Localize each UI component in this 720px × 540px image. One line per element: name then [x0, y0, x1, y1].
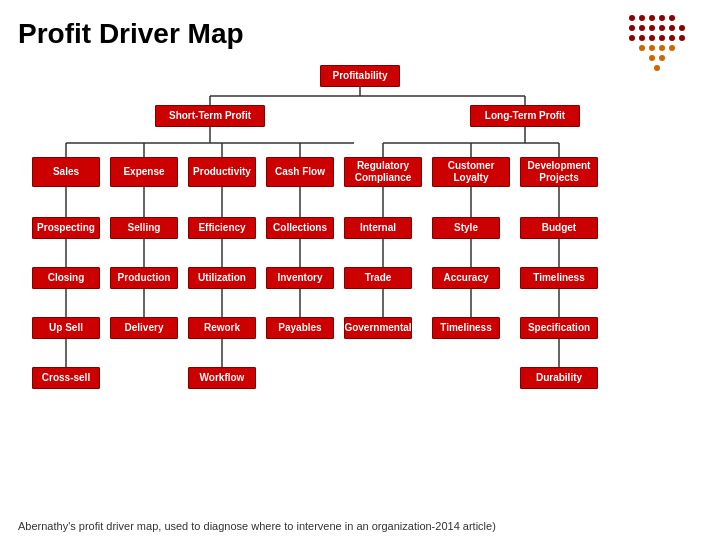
node-specification: Specification [520, 317, 598, 339]
node-customer-loyalty: Customer Loyalty [432, 157, 510, 187]
svg-point-11 [629, 35, 635, 41]
svg-point-4 [669, 15, 675, 21]
node-governmental: Governmental [344, 317, 412, 339]
node-short-term: Short-Term Profit [155, 105, 265, 127]
svg-point-16 [679, 35, 685, 41]
chart-container: Profitability Short-Term Profit Long-Ter… [10, 65, 710, 510]
node-upsell: Up Sell [32, 317, 100, 339]
node-closing: Closing [32, 267, 100, 289]
node-rework: Rework [188, 317, 256, 339]
svg-point-20 [669, 45, 675, 51]
connector-lines [10, 65, 710, 520]
node-accuracy: Accuracy [432, 267, 500, 289]
svg-point-7 [649, 25, 655, 31]
node-selling: Selling [110, 217, 178, 239]
svg-point-8 [659, 25, 665, 31]
svg-point-2 [649, 15, 655, 21]
svg-point-3 [659, 15, 665, 21]
svg-point-18 [649, 45, 655, 51]
caption: Abernathy's profit driver map, used to d… [18, 520, 496, 532]
node-crosssell: Cross-sell [32, 367, 100, 389]
node-workflow: Workflow [188, 367, 256, 389]
node-sales: Sales [32, 157, 100, 187]
node-expense: Expense [110, 157, 178, 187]
node-collections: Collections [266, 217, 334, 239]
svg-point-19 [659, 45, 665, 51]
node-timeliness1: Timeliness [520, 267, 598, 289]
svg-point-13 [649, 35, 655, 41]
node-regulatory: Regulatory Compliance [344, 157, 422, 187]
svg-point-14 [659, 35, 665, 41]
node-delivery: Delivery [110, 317, 178, 339]
node-production: Production [110, 267, 178, 289]
node-long-term: Long-Term Profit [470, 105, 580, 127]
svg-point-17 [639, 45, 645, 51]
svg-point-1 [639, 15, 645, 21]
svg-point-9 [669, 25, 675, 31]
node-utilization: Utilization [188, 267, 256, 289]
svg-point-0 [629, 15, 635, 21]
svg-point-12 [639, 35, 645, 41]
node-payables: Payables [266, 317, 334, 339]
page-title: Profit Driver Map [18, 18, 244, 50]
node-inventory: Inventory [266, 267, 334, 289]
node-style: Style [432, 217, 500, 239]
node-profitability: Profitability [320, 65, 400, 87]
svg-point-21 [649, 55, 655, 61]
node-cashflow: Cash Flow [266, 157, 334, 187]
node-efficiency: Efficiency [188, 217, 256, 239]
node-budget: Budget [520, 217, 598, 239]
node-prospecting: Prospecting [32, 217, 100, 239]
node-productivity: Productivity [188, 157, 256, 187]
svg-point-10 [679, 25, 685, 31]
node-durability: Durability [520, 367, 598, 389]
node-trade: Trade [344, 267, 412, 289]
node-timeliness2: Timeliness [432, 317, 500, 339]
svg-point-22 [659, 55, 665, 61]
node-internal: Internal [344, 217, 412, 239]
svg-point-5 [629, 25, 635, 31]
node-dev-projects: Development Projects [520, 157, 598, 187]
svg-point-6 [639, 25, 645, 31]
tree-wrapper: Profitability Short-Term Profit Long-Ter… [10, 65, 710, 520]
svg-point-15 [669, 35, 675, 41]
